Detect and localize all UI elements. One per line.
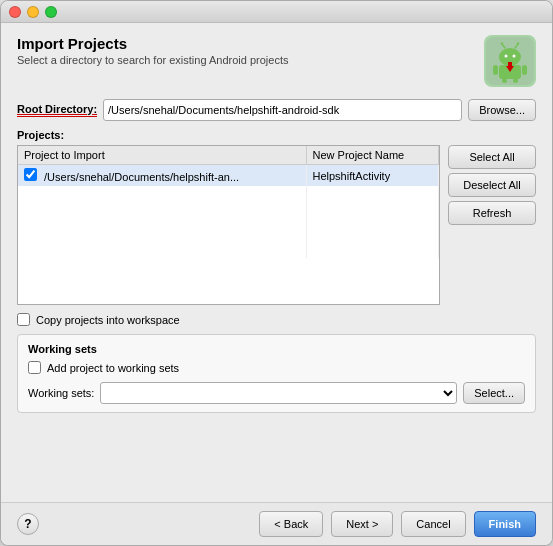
maximize-button[interactable]	[45, 6, 57, 18]
svg-point-7	[517, 42, 519, 44]
working-sets-section: Working sets Add project to working sets…	[17, 334, 536, 413]
close-button[interactable]	[9, 6, 21, 18]
cancel-button[interactable]: Cancel	[401, 511, 465, 537]
add-to-working-sets-label: Add project to working sets	[47, 362, 179, 374]
minimize-button[interactable]	[27, 6, 39, 18]
bottom-right: < Back Next > Cancel Finish	[259, 511, 536, 537]
dialog-subtitle: Select a directory to search for existin…	[17, 54, 288, 66]
dialog-content: Import Projects Select a directory to se…	[1, 23, 552, 502]
working-sets-row: Working sets: Select...	[28, 382, 525, 404]
bottom-bar: ? < Back Next > Cancel Finish	[1, 502, 552, 545]
working-sets-select-button[interactable]: Select...	[463, 382, 525, 404]
bottom-left: ?	[17, 513, 39, 535]
svg-rect-9	[493, 65, 498, 75]
projects-section: Project to Import New Project Name /User…	[17, 145, 536, 305]
side-buttons: Select All Deselect All Refresh	[448, 145, 536, 305]
table-row	[18, 204, 439, 222]
project-cell: /Users/snehal/Documents/helpshift-an...	[18, 165, 306, 187]
project-table: Project to Import New Project Name /User…	[18, 146, 439, 258]
table-row	[18, 222, 439, 240]
svg-point-5	[501, 42, 503, 44]
deselect-all-button[interactable]: Deselect All	[448, 173, 536, 197]
finish-button[interactable]: Finish	[474, 511, 536, 537]
copy-checkbox[interactable]	[17, 313, 30, 326]
project-path: /Users/snehal/Documents/helpshift-an...	[44, 171, 239, 183]
project-checkbox[interactable]	[24, 168, 37, 181]
working-sets-label: Working sets:	[28, 387, 94, 399]
table-row	[18, 186, 439, 204]
table-row: /Users/snehal/Documents/helpshift-an... …	[18, 165, 439, 187]
android-icon	[484, 35, 536, 87]
next-button[interactable]: Next >	[331, 511, 393, 537]
svg-rect-12	[513, 78, 518, 83]
refresh-button[interactable]: Refresh	[448, 201, 536, 225]
svg-rect-10	[522, 65, 527, 75]
root-dir-input[interactable]	[103, 99, 462, 121]
titlebar	[1, 1, 552, 23]
header-section: Import Projects Select a directory to se…	[17, 35, 536, 87]
svg-rect-14	[508, 62, 512, 67]
help-button[interactable]: ?	[17, 513, 39, 535]
svg-point-2	[505, 55, 508, 58]
svg-point-3	[513, 55, 516, 58]
add-to-working-sets-checkbox[interactable]	[28, 361, 41, 374]
root-dir-row: Root Directory: Browse...	[17, 99, 536, 121]
working-sets-checkbox-row: Add project to working sets	[28, 361, 525, 374]
working-sets-select[interactable]	[100, 382, 457, 404]
back-button[interactable]: < Back	[259, 511, 323, 537]
project-table-wrapper: Project to Import New Project Name /User…	[17, 145, 440, 305]
col-project: Project to Import	[18, 146, 306, 165]
select-all-button[interactable]: Select All	[448, 145, 536, 169]
svg-rect-11	[502, 78, 507, 83]
browse-button[interactable]: Browse...	[468, 99, 536, 121]
dialog-title: Import Projects	[17, 35, 288, 52]
copy-checkbox-row: Copy projects into workspace	[17, 313, 536, 326]
col-name: New Project Name	[306, 146, 439, 165]
root-dir-label: Root Directory:	[17, 103, 97, 117]
projects-label: Projects:	[17, 129, 536, 141]
titlebar-buttons	[9, 6, 57, 18]
project-name-cell: HelpshiftActivity	[306, 165, 439, 187]
table-header-row: Project to Import New Project Name	[18, 146, 439, 165]
project-name: HelpshiftActivity	[313, 170, 391, 182]
copy-checkbox-label: Copy projects into workspace	[36, 314, 180, 326]
import-projects-dialog: Import Projects Select a directory to se…	[0, 0, 553, 546]
working-sets-title: Working sets	[28, 343, 525, 355]
table-row	[18, 240, 439, 258]
header-text: Import Projects Select a directory to se…	[17, 35, 288, 66]
